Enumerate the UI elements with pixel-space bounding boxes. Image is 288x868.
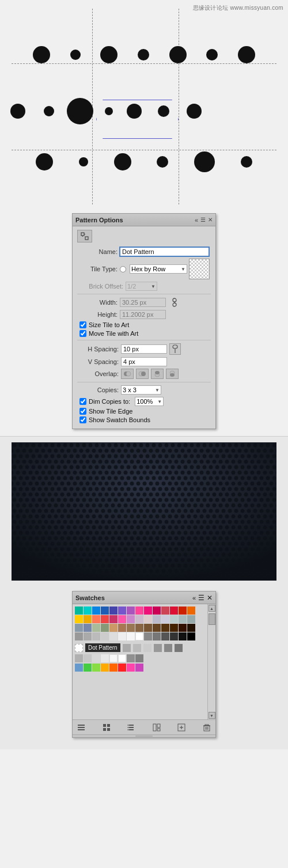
swatch[interactable]: [135, 624, 143, 632]
height-input[interactable]: [120, 310, 166, 319]
swatch[interactable]: [101, 607, 109, 615]
link-spacing-icon[interactable]: [169, 343, 181, 355]
overlap-btn-top-front[interactable]: [151, 369, 164, 379]
swatch[interactable]: [175, 644, 183, 652]
swatch[interactable]: [144, 624, 152, 632]
swatch[interactable]: [118, 615, 126, 623]
swatch[interactable]: [127, 632, 135, 640]
close-icon[interactable]: ✕: [208, 217, 213, 223]
swatch[interactable]: [109, 654, 118, 662]
swatch[interactable]: [179, 632, 187, 640]
swatch[interactable]: [161, 615, 169, 623]
swatch[interactable]: [109, 615, 118, 623]
swatch[interactable]: [118, 624, 126, 632]
swatch[interactable]: [127, 624, 135, 632]
resize-icon-btn[interactable]: [77, 230, 92, 242]
swatch[interactable]: [101, 624, 109, 632]
swatch[interactable]: [153, 632, 161, 640]
library-icon[interactable]: [76, 722, 86, 733]
swatch[interactable]: [135, 632, 143, 640]
swatch[interactable]: [75, 664, 83, 672]
dim-copies-pct-select[interactable]: 100% 50% 75%: [135, 397, 164, 406]
swatch[interactable]: [135, 654, 143, 662]
swatches-close-icon[interactable]: ✕: [207, 594, 213, 602]
swatch[interactable]: [84, 624, 92, 632]
swatch[interactable]: [161, 607, 169, 615]
brick-offset-select[interactable]: 1/2: [126, 282, 157, 291]
tile-type-select[interactable]: Hex by Row Grid Brick by Row Brick by Co…: [130, 264, 187, 274]
show-swatch-kinds-icon[interactable]: [101, 722, 112, 733]
swatch[interactable]: [170, 632, 178, 640]
empty-swatch[interactable]: [75, 644, 83, 652]
swatch[interactable]: [161, 632, 169, 640]
swatch[interactable]: [75, 615, 83, 623]
swatch[interactable]: [92, 624, 100, 632]
swatch[interactable]: [84, 615, 92, 623]
swatch[interactable]: [75, 632, 83, 640]
swatch[interactable]: [144, 615, 152, 623]
swatch[interactable]: [135, 664, 143, 672]
swatch[interactable]: [109, 607, 118, 615]
swatch[interactable]: [101, 654, 109, 662]
dim-copies-checkbox[interactable]: [79, 398, 86, 405]
swatch[interactable]: [187, 607, 195, 615]
swatch[interactable]: [187, 624, 195, 632]
scroll-thumb[interactable]: [209, 613, 215, 625]
move-tile-checkbox[interactable]: [79, 330, 86, 337]
chain-link-icon[interactable]: [169, 297, 180, 308]
overlap-btn-left-front[interactable]: [121, 369, 134, 379]
swatch[interactable]: [109, 624, 118, 632]
swatch[interactable]: [75, 654, 83, 662]
new-swatch-icon[interactable]: [176, 722, 187, 733]
width-input[interactable]: [120, 298, 166, 307]
swatch[interactable]: [179, 624, 187, 632]
swatch[interactable]: [84, 607, 92, 615]
swatch[interactable]: [101, 615, 109, 623]
swatch[interactable]: [118, 654, 126, 662]
collapse-icon[interactable]: «: [195, 217, 198, 223]
panel-resize-handle[interactable]: [73, 734, 215, 737]
swatch[interactable]: [84, 664, 92, 672]
swatches-collapse-icon[interactable]: «: [192, 594, 196, 601]
swatch[interactable]: [75, 624, 83, 632]
swatch[interactable]: [154, 644, 162, 652]
scroll-up-btn[interactable]: ▲: [209, 605, 215, 612]
swatch[interactable]: [144, 632, 152, 640]
swatch[interactable]: [127, 615, 135, 623]
swatch[interactable]: [164, 644, 172, 652]
swatch[interactable]: [101, 664, 109, 672]
swatch[interactable]: [179, 607, 187, 615]
show-list-icon[interactable]: [126, 722, 137, 733]
swatch[interactable]: [101, 632, 109, 640]
swatch[interactable]: [153, 624, 161, 632]
swatch[interactable]: [118, 607, 126, 615]
swatch[interactable]: [92, 632, 100, 640]
swatch[interactable]: [84, 632, 92, 640]
swatch[interactable]: [135, 607, 143, 615]
swatch[interactable]: [118, 632, 126, 640]
copies-select[interactable]: 3 x 3 5 x 5 7 x 7: [121, 385, 161, 395]
swatch-scrollbar[interactable]: ▲ ▼: [207, 604, 215, 719]
swatch[interactable]: [170, 615, 178, 623]
name-input[interactable]: [120, 247, 209, 256]
delete-swatch-icon[interactable]: [202, 722, 212, 733]
overlap-btn-right-front[interactable]: [136, 369, 149, 379]
swatch[interactable]: [75, 607, 83, 615]
swatch[interactable]: [170, 607, 178, 615]
swatch[interactable]: [135, 615, 143, 623]
menu-icon[interactable]: ☰: [200, 217, 206, 223]
swatches-menu-icon[interactable]: ☰: [198, 594, 204, 602]
swatch[interactable]: [127, 664, 135, 672]
scroll-down-btn[interactable]: ▼: [209, 712, 215, 719]
swatch[interactable]: [144, 607, 152, 615]
swatch[interactable]: [92, 607, 100, 615]
swatch[interactable]: [179, 615, 187, 623]
swatch[interactable]: [92, 654, 100, 662]
overlap-btn-bottom-front[interactable]: [166, 369, 179, 379]
swatch[interactable]: [161, 624, 169, 632]
swatch[interactable]: [170, 624, 178, 632]
swatch[interactable]: [109, 632, 118, 640]
tile-type-radio[interactable]: [120, 266, 126, 272]
swatch[interactable]: [127, 654, 135, 662]
h-spacing-input[interactable]: [121, 344, 167, 354]
